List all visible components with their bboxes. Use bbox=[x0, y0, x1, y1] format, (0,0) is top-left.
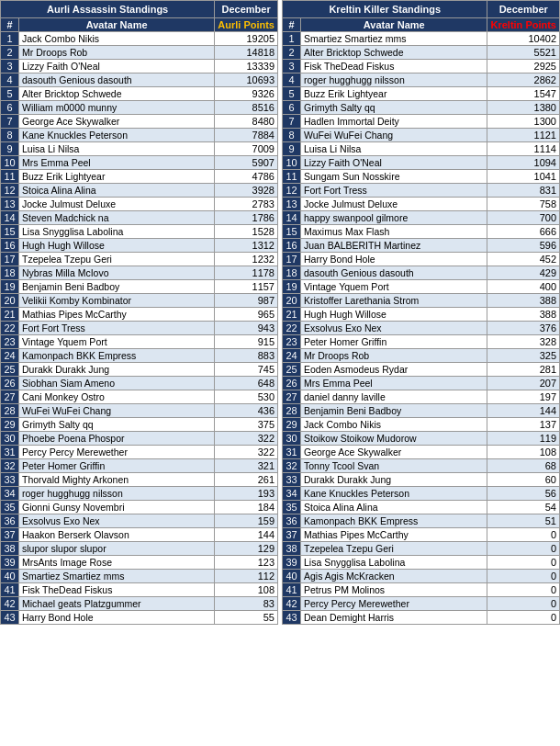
name-cell: Phoebe Poena Phospor bbox=[19, 432, 215, 446]
points-cell: 1232 bbox=[215, 253, 278, 266]
table-row: 10Lizzy Faith O'Neal1094 bbox=[283, 156, 560, 170]
rank-cell: 30 bbox=[283, 432, 301, 446]
name-cell: George Ace Skywalker bbox=[301, 446, 487, 459]
rank-cell: 3 bbox=[283, 60, 301, 73]
rank-cell: 29 bbox=[283, 418, 301, 432]
points-cell: 648 bbox=[215, 377, 278, 390]
rank-cell: 33 bbox=[283, 473, 301, 487]
table-row: 31Percy Percy Merewether322 bbox=[1, 446, 278, 459]
points-cell: 915 bbox=[215, 335, 278, 349]
kreltin-rank-header: # bbox=[283, 18, 301, 32]
table-row: 21Mathias Pipes McCarthy965 bbox=[1, 308, 278, 322]
table-row: 13Jocke Julmust Deluxe758 bbox=[283, 198, 560, 211]
table-row: 11Buzz Erik Lightyear4786 bbox=[1, 170, 278, 184]
rank-cell: 3 bbox=[1, 60, 19, 73]
name-cell: Alter Bricktop Schwede bbox=[19, 87, 215, 101]
rank-cell: 42 bbox=[1, 597, 19, 611]
points-cell: 7884 bbox=[215, 129, 278, 142]
kreltin-section: Kreltin Killer Standings December # Avat… bbox=[282, 0, 560, 625]
rank-cell: 4 bbox=[1, 73, 19, 87]
name-cell: roger hugghugg nilsson bbox=[301, 73, 487, 87]
table-row: 23Peter Homer Griffin328 bbox=[283, 335, 560, 349]
rank-cell: 1 bbox=[1, 32, 19, 46]
points-cell: 322 bbox=[215, 432, 278, 446]
name-cell: happy swanpool gilmore bbox=[301, 211, 487, 225]
table-row: 38slupor slupor slupor129 bbox=[1, 542, 278, 556]
points-cell: 1157 bbox=[215, 280, 278, 294]
points-cell: 452 bbox=[487, 253, 560, 266]
name-cell: Buzz Erik Lightyear bbox=[301, 87, 487, 101]
points-cell: 144 bbox=[215, 528, 278, 542]
points-cell: 400 bbox=[487, 280, 560, 294]
name-cell: Alter Bricktop Schwede bbox=[301, 46, 487, 60]
name-cell: Grimyth Salty qq bbox=[19, 418, 215, 432]
aurli-name-header: Avatar Name bbox=[19, 18, 215, 32]
points-cell: 3928 bbox=[215, 184, 278, 198]
name-cell: Luisa Li Nilsa bbox=[301, 142, 487, 156]
points-cell: 1312 bbox=[215, 239, 278, 253]
name-cell: Tzepelea Tzepu Geri bbox=[301, 542, 487, 556]
table-row: 16Hugh Hugh Willose1312 bbox=[1, 239, 278, 253]
table-row: 39Lisa Snygglisa Labolina0 bbox=[283, 556, 560, 570]
points-cell: 129 bbox=[215, 542, 278, 556]
name-cell: dasouth Genious dasouth bbox=[19, 73, 215, 87]
points-cell: 144 bbox=[487, 404, 560, 418]
name-cell: Sungam Sun Nosskire bbox=[301, 170, 487, 184]
points-cell: 207 bbox=[487, 377, 560, 390]
points-cell: 0 bbox=[487, 597, 560, 611]
name-cell: Lizzy Faith O'Neal bbox=[301, 156, 487, 170]
rank-cell: 11 bbox=[283, 170, 301, 184]
points-cell: 596 bbox=[487, 239, 560, 253]
rank-cell: 1 bbox=[283, 32, 301, 46]
rank-cell: 13 bbox=[283, 198, 301, 211]
points-cell: 666 bbox=[487, 225, 560, 239]
name-cell: Hugh Hugh Willose bbox=[19, 239, 215, 253]
table-row: 19Benjamin Beni Badboy1157 bbox=[1, 280, 278, 294]
name-cell: Petrus PM Molinos bbox=[301, 583, 487, 597]
points-cell: 0 bbox=[487, 528, 560, 542]
points-cell: 112 bbox=[215, 570, 278, 583]
name-cell: Juan BALBERITH Martinez bbox=[301, 239, 487, 253]
points-cell: 184 bbox=[215, 501, 278, 514]
name-cell: Smartiez Smartiez mms bbox=[301, 32, 487, 46]
table-row: 2Mr Droops Rob14818 bbox=[1, 46, 278, 60]
table-row: 39MrsAnts Image Rose123 bbox=[1, 556, 278, 570]
name-cell: Harry Bond Hole bbox=[19, 611, 215, 625]
rank-cell: 18 bbox=[1, 266, 19, 280]
name-cell: Steven Madchick na bbox=[19, 211, 215, 225]
points-cell: 1547 bbox=[487, 87, 560, 101]
name-cell: Durakk Durakk Jung bbox=[19, 363, 215, 377]
rank-cell: 31 bbox=[1, 446, 19, 459]
kreltin-title: Kreltin Killer Standings bbox=[283, 1, 487, 18]
table-row: 32Peter Homer Griffin321 bbox=[1, 459, 278, 473]
rank-cell: 17 bbox=[1, 253, 19, 266]
name-cell: William m0000 munny bbox=[19, 101, 215, 115]
name-cell: Stoica Alina Alina bbox=[19, 184, 215, 198]
rank-cell: 43 bbox=[283, 611, 301, 625]
table-row: 17Harry Bond Hole452 bbox=[283, 253, 560, 266]
rank-cell: 7 bbox=[283, 115, 301, 129]
points-cell: 1094 bbox=[487, 156, 560, 170]
table-row: 8Kane Knuckles Peterson7884 bbox=[1, 129, 278, 142]
table-row: 42Michael geats Platzgummer83 bbox=[1, 597, 278, 611]
points-cell: 108 bbox=[215, 583, 278, 597]
table-row: 29Grimyth Salty qq375 bbox=[1, 418, 278, 432]
rank-cell: 15 bbox=[283, 225, 301, 239]
table-row: 31George Ace Skywalker108 bbox=[283, 446, 560, 459]
points-cell: 8516 bbox=[215, 101, 278, 115]
points-cell: 108 bbox=[487, 446, 560, 459]
rank-cell: 7 bbox=[1, 115, 19, 129]
table-row: 15Maximus Max Flash666 bbox=[283, 225, 560, 239]
rank-cell: 23 bbox=[1, 335, 19, 349]
rank-cell: 24 bbox=[283, 349, 301, 363]
rank-cell: 35 bbox=[283, 501, 301, 514]
name-cell: Peter Homer Griffin bbox=[301, 335, 487, 349]
rank-cell: 9 bbox=[1, 142, 19, 156]
points-cell: 51 bbox=[487, 514, 560, 528]
aurli-section: Aurli Assassin Standings December # Avat… bbox=[0, 0, 278, 625]
name-cell: Percy Percy Merewether bbox=[19, 446, 215, 459]
table-row: 22Exsolvus Exo Nex376 bbox=[283, 322, 560, 335]
points-cell: 831 bbox=[487, 184, 560, 198]
rank-cell: 37 bbox=[283, 528, 301, 542]
name-cell: Mathias Pipes McCarthy bbox=[301, 528, 487, 542]
